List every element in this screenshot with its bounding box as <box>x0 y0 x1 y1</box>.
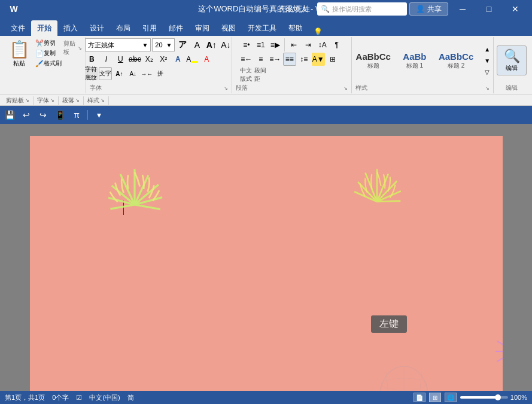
clipboard-expand[interactable]: ↘ <box>78 45 82 51</box>
tab-references[interactable]: 引用 <box>136 20 163 36</box>
font-border-button[interactable]: 文字 <box>99 67 112 80</box>
paragraph-expand[interactable]: ↘ <box>343 86 348 91</box>
styles-scroll-down[interactable]: ▼ <box>481 55 494 66</box>
clear-format-button[interactable]: A <box>190 38 203 51</box>
zoom-bar[interactable] <box>460 396 508 399</box>
style-heading2[interactable]: AaBbCc 标题 2 <box>434 50 478 71</box>
font-size-picker-button[interactable]: ア <box>176 38 189 51</box>
svg-line-27 <box>497 341 502 351</box>
language-indicator[interactable]: 中文(中国) <box>89 393 120 402</box>
para-spacing-button[interactable]: 段间距 <box>254 68 267 81</box>
clipboard-section-expand[interactable]: ↘ <box>25 98 29 103</box>
clipboard-section-text: 剪贴板 <box>6 96 24 105</box>
tab-mailings[interactable]: 邮件 <box>163 20 189 36</box>
tab-home[interactable]: 开始 <box>31 20 57 36</box>
tab-help[interactable]: 帮助 <box>282 20 309 36</box>
zoom-slider: 100% <box>460 394 527 401</box>
font-color-button[interactable]: A <box>200 53 213 66</box>
font-name-dropdown[interactable]: 方正姚体 ▼ <box>85 38 151 51</box>
justify-button[interactable]: ≡≡ <box>283 53 296 66</box>
document-page[interactable]: 左键 <box>30 136 503 391</box>
view-normal-button[interactable]: 📄 <box>414 393 425 402</box>
font-section-expand[interactable]: ↘ <box>50 98 54 103</box>
font-expand[interactable]: ↘ <box>224 86 228 91</box>
firework-2 <box>341 166 413 239</box>
multilevel-list-button[interactable]: ≡▶ <box>269 38 282 51</box>
text-highlight-button[interactable]: A <box>186 53 199 66</box>
view-layout-button[interactable]: ⊞ <box>429 393 441 402</box>
tab-insert[interactable]: 插入 <box>57 20 84 36</box>
numbered-list-button[interactable]: ≡1 <box>254 38 267 51</box>
tab-design[interactable]: 设计 <box>84 20 110 36</box>
increase-indent-button[interactable]: ⇥ <box>302 38 315 51</box>
style-normal-label: 标题 <box>367 62 379 70</box>
border-button[interactable]: ⊞ <box>326 53 339 66</box>
style-heading1[interactable]: AaBb 标题 1 <box>397 50 433 71</box>
paragraph-section-expand[interactable]: ↘ <box>75 98 80 103</box>
underline-button[interactable]: U <box>114 53 127 66</box>
decrease-indent-button[interactable]: ⇤ <box>287 38 300 51</box>
paste-button[interactable]: 📋 粘贴 <box>6 38 32 69</box>
superscript-button[interactable]: X² <box>157 53 170 66</box>
find-button[interactable]: 🔍 编辑 <box>497 45 527 75</box>
zoom-thumb[interactable] <box>495 394 501 400</box>
font-size-down2[interactable]: A↓ <box>126 67 139 80</box>
tab-view[interactable]: 视图 <box>215 20 242 36</box>
styles-expand-all[interactable]: ▽ <box>481 66 494 77</box>
show-marks-button[interactable]: ¶ <box>330 38 343 51</box>
share-button[interactable]: 👤 共享 <box>409 2 448 16</box>
minimize-button[interactable]: ─ <box>451 0 475 18</box>
font-size-value: 20 <box>155 41 162 48</box>
style-heading2-label: 标题 2 <box>448 62 464 70</box>
font-size-up2[interactable]: A↑ <box>113 67 126 80</box>
bullet-list-button[interactable]: ≡• <box>240 38 253 51</box>
style-normal[interactable]: AaBbCc 标题 <box>351 50 396 71</box>
tab-file[interactable]: 文件 <box>5 20 31 36</box>
tab-developer[interactable]: 开发工具 <box>242 20 282 36</box>
strikethrough-button[interactable]: ab̶c <box>128 53 141 66</box>
paragraph-group: ≡• ≡1 ≡▶ ⇤ ⇥ ↕A ¶ ≡← ≡ ≡→ ≡≡ ↕≡ <box>232 37 352 93</box>
maximize-button[interactable]: □ <box>477 0 501 18</box>
touch-mode-button[interactable]: 📱 <box>53 108 67 122</box>
redo-button[interactable]: ↪ <box>36 108 50 122</box>
proofing-indicator: ☑ <box>76 394 82 402</box>
char-shading-button[interactable]: 字符底纹 <box>85 67 98 80</box>
styles-label: 样式 <box>355 84 367 92</box>
title-bar: W 这个WORD自动编号真的很烦人 - Word 无名 无姓 🔍 操作说明搜索 … <box>0 0 532 18</box>
bold-button[interactable]: B <box>85 53 98 66</box>
font-name-arrow: ▼ <box>142 42 148 48</box>
save-button[interactable]: 💾 <box>2 108 17 122</box>
tips-icon[interactable]: 💡 <box>314 28 323 36</box>
pinyin-button[interactable]: 拼 <box>154 67 167 80</box>
tab-layout[interactable]: 布局 <box>110 20 136 36</box>
font-label: 字体 <box>90 84 102 92</box>
status-bar: 第1页，共1页 0个字 ☑ 中文(中国) 简 📄 ⊞ 🌐 100% <box>0 391 532 404</box>
text-effect-button[interactable]: A <box>171 53 184 66</box>
format-painter-button[interactable]: 🖌️ 格式刷 <box>34 59 63 68</box>
align-left-button[interactable]: ≡← <box>240 53 253 66</box>
shading-button[interactable]: A▼ <box>312 53 325 66</box>
styles-expand[interactable]: ↘ <box>485 86 490 91</box>
decrease-font-button[interactable]: A↓ <box>219 38 232 51</box>
align-center-button[interactable]: ≡ <box>254 53 267 66</box>
chinese-layout-button[interactable]: 中文版式 <box>240 68 253 81</box>
paragraph-section-text: 段落 <box>62 96 74 105</box>
undo-button[interactable]: ↩ <box>19 108 34 122</box>
sort-button[interactable]: ↕A <box>316 38 329 51</box>
font-size-dropdown[interactable]: 20 ▼ <box>152 38 175 51</box>
align-right-button[interactable]: ≡→ <box>269 53 282 66</box>
view-web-button[interactable]: 🌐 <box>445 393 457 402</box>
cut-button[interactable]: ✂️ 剪切 <box>34 38 63 48</box>
increase-font-button[interactable]: A↑ <box>205 38 218 51</box>
styles-section-expand[interactable]: ↘ <box>101 98 105 103</box>
subscript-button[interactable]: X₂ <box>142 53 156 66</box>
char-spacing-button[interactable]: →← <box>140 67 153 80</box>
copy-button[interactable]: 📄 复制 <box>34 48 63 58</box>
close-button[interactable]: ✕ <box>503 0 527 18</box>
tab-review[interactable]: 审阅 <box>189 20 215 36</box>
qa-customize[interactable]: ▾ <box>92 108 106 122</box>
italic-button[interactable]: I <box>99 53 113 66</box>
pi-button[interactable]: π <box>69 108 84 122</box>
line-spacing-button[interactable]: ↕≡ <box>297 53 311 66</box>
styles-scroll-up[interactable]: ▲ <box>481 44 494 54</box>
